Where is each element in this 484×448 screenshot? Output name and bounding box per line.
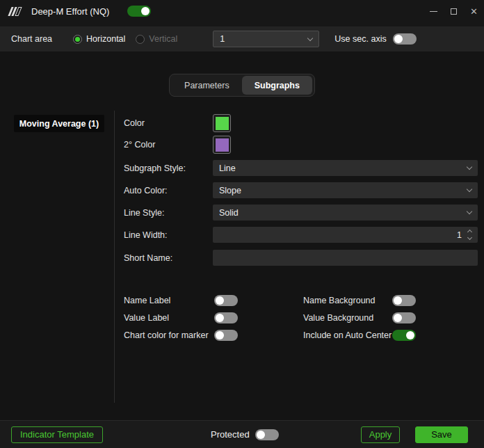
value-label-row: Value Label	[124, 312, 303, 323]
auto-color-dropdown[interactable]: Slope	[213, 182, 478, 198]
color-label: Color	[124, 118, 213, 128]
color-picker-button[interactable]	[213, 114, 231, 132]
name-label-toggle[interactable]	[214, 295, 238, 306]
name-background-text: Name Background	[303, 296, 392, 305]
toggle-column-right: Name Background Value Background Include…	[303, 295, 478, 347]
toggle-grid: Name Label Value Label Chart color for m…	[124, 295, 478, 347]
minimize-icon	[430, 11, 437, 12]
maximize-icon	[451, 8, 457, 15]
line-width-row: Line Width:	[124, 227, 478, 243]
chart-color-marker-text: Chart color for marker	[124, 330, 214, 340]
include-auto-center-row: Include on Auto Center	[303, 330, 478, 341]
app-logo-icon	[8, 7, 22, 16]
auto-color-row: Auto Color: Slope	[124, 182, 478, 198]
protected-toggle[interactable]	[255, 429, 279, 440]
line-width-input[interactable]	[218, 227, 466, 243]
color-swatch	[216, 117, 229, 130]
protected-group: Protected	[211, 429, 279, 440]
chart-area-bar: Chart area Horizontal Vertical 1 Use sec…	[0, 26, 484, 51]
short-name-input[interactable]	[218, 250, 474, 266]
include-auto-center-text: Include on Auto Center	[303, 330, 392, 340]
line-width-field	[213, 227, 478, 243]
toggle-column-left: Name Label Value Label Chart color for m…	[124, 295, 303, 347]
subgraph-style-label: Subgraph Style:	[124, 163, 213, 173]
chevron-down-icon	[467, 209, 472, 214]
chevron-down-icon	[467, 235, 472, 240]
sec-axis-toggle[interactable]	[393, 33, 417, 45]
radio-horizontal-circle	[73, 35, 82, 44]
window-controls: ✕	[424, 0, 484, 22]
chart-area-number-dropdown[interactable]: 1	[213, 31, 319, 47]
chevron-down-icon	[307, 35, 313, 40]
tab-subgraphs[interactable]: Subgraphs	[242, 76, 312, 95]
close-icon: ✕	[470, 7, 478, 16]
name-label-row: Name Label	[124, 295, 303, 306]
color-row: Color	[124, 114, 478, 132]
radio-vertical-circle	[136, 35, 145, 44]
line-style-dropdown[interactable]: Solid	[213, 205, 478, 221]
minimize-button[interactable]	[424, 2, 444, 20]
line-style-value: Solid	[219, 208, 239, 218]
chevron-down-icon	[467, 186, 472, 192]
radio-horizontal-label: Horizontal	[86, 34, 125, 44]
line-style-label: Line Style:	[124, 208, 213, 218]
line-width-stepper[interactable]	[466, 230, 474, 239]
radio-vertical[interactable]: Vertical	[136, 34, 177, 44]
auto-color-value: Slope	[219, 186, 241, 195]
color2-swatch	[216, 138, 229, 152]
chevron-up-icon	[467, 230, 472, 234]
value-label-text: Value Label	[124, 313, 214, 323]
line-style-row: Line Style: Solid	[124, 205, 478, 221]
color2-picker-button[interactable]	[213, 136, 231, 154]
footer-bar: Indicator Template Protected Apply Save	[0, 420, 484, 448]
short-name-row: Short Name:	[124, 250, 478, 266]
close-button[interactable]: ✕	[464, 2, 484, 20]
line-width-label: Line Width:	[124, 230, 213, 240]
color2-label: 2° Color	[124, 140, 213, 150]
radio-vertical-label: Vertical	[149, 34, 177, 44]
short-name-field	[213, 250, 478, 266]
value-label-toggle[interactable]	[214, 312, 238, 323]
include-auto-center-toggle[interactable]	[392, 330, 416, 341]
chevron-down-icon	[467, 164, 472, 170]
protected-label: Protected	[211, 429, 250, 440]
sidebar-item-moving-average[interactable]: Moving Average (1)	[14, 115, 104, 132]
subgraph-list-sidebar: Moving Average (1)	[0, 97, 114, 420]
color2-row: 2° Color	[124, 136, 478, 154]
radio-horizontal[interactable]: Horizontal	[73, 34, 125, 44]
value-background-toggle[interactable]	[392, 312, 416, 323]
name-label-text: Name Label	[124, 296, 214, 305]
short-name-label: Short Name:	[124, 253, 213, 263]
name-background-toggle[interactable]	[392, 295, 416, 306]
chart-area-label: Chart area	[11, 34, 52, 44]
subgraph-style-row: Subgraph Style: Line	[124, 160, 478, 176]
tab-group: Parameters Subgraphs	[169, 74, 315, 97]
apply-button[interactable]: Apply	[361, 426, 400, 443]
maximize-button[interactable]	[444, 2, 464, 20]
auto-color-label: Auto Color:	[124, 186, 213, 195]
subgraph-settings-panel: Color 2° Color Subgraph Style: Line	[115, 97, 484, 420]
value-background-text: Value Background	[303, 313, 392, 323]
window-title: Deep-M Effort (NQ)	[31, 6, 109, 17]
indicator-settings-window: Deep-M Effort (NQ) ✕ Chart area Horizont…	[0, 0, 484, 448]
tabs-row: Parameters Subgraphs	[0, 74, 484, 97]
chart-color-marker-row: Chart color for marker	[124, 330, 303, 341]
title-bar: Deep-M Effort (NQ) ✕	[0, 0, 484, 26]
name-background-row: Name Background	[303, 295, 478, 306]
indicator-enabled-toggle[interactable]	[127, 6, 151, 17]
subgraph-style-dropdown[interactable]: Line	[213, 160, 478, 176]
chart-area-number-value: 1	[220, 34, 225, 44]
indicator-template-button[interactable]: Indicator Template	[11, 426, 103, 443]
sec-axis-label: Use sec. axis	[334, 34, 386, 44]
tab-parameters[interactable]: Parameters	[172, 76, 242, 95]
save-button[interactable]: Save	[415, 426, 468, 443]
chart-color-marker-toggle[interactable]	[214, 330, 238, 341]
subgraph-style-value: Line	[219, 163, 236, 173]
body: Moving Average (1) Color 2° Color Subgra…	[0, 97, 484, 420]
value-background-row: Value Background	[303, 312, 478, 323]
